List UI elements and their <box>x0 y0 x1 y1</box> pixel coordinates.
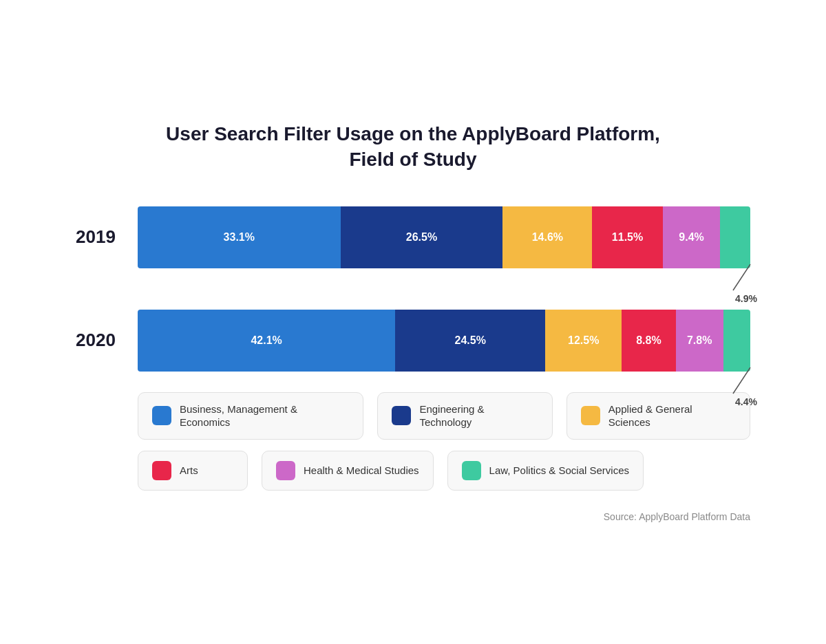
bar-segment-5: 4.4% <box>723 310 750 372</box>
bar-segment-3: 8.8% <box>622 310 675 372</box>
year-label-2020: 2020 <box>76 330 138 351</box>
legend-color <box>392 406 411 425</box>
bar-segment-1: 24.5% <box>395 310 545 372</box>
chart-title: User Search Filter Usage on the ApplyBoa… <box>76 122 750 172</box>
legend: Business, Management & EconomicsEngineer… <box>76 392 750 491</box>
legend-label-text: Health & Medical Studies <box>304 464 419 477</box>
legend-label-text: Engineering & Technology <box>419 402 538 429</box>
legend-label-text: Law, Politics & Social Services <box>489 464 629 477</box>
legend-color <box>276 461 295 480</box>
legend-color <box>581 406 600 425</box>
svg-line-0 <box>733 264 750 290</box>
annotation-value: 4.4% <box>735 396 757 407</box>
legend-label-text: Business, Management & Economics <box>180 402 349 429</box>
svg-line-1 <box>733 367 750 394</box>
bar-segment-3: 11.5% <box>592 206 662 268</box>
bar-segment-2: 12.5% <box>545 310 622 372</box>
legend-row-2: ArtsHealth & Medical StudiesLaw, Politic… <box>138 451 750 491</box>
legend-item: Engineering & Technology <box>377 392 552 440</box>
bar-segment-2: 14.6% <box>502 206 592 268</box>
annotation: 4.4% <box>730 367 757 407</box>
annotation-value: 4.9% <box>735 293 757 304</box>
bar-segment-0: 42.1% <box>138 310 395 372</box>
bar-segment-4: 7.8% <box>676 310 723 372</box>
legend-item: Arts <box>138 451 248 491</box>
legend-label-text: Applied & General Sciences <box>608 402 736 429</box>
bar-segment-5: 4.9% <box>720 206 750 268</box>
legend-color <box>152 461 171 480</box>
bar-wrapper-2019: 33.1%26.5%14.6%11.5%9.4%4.9% <box>138 206 750 268</box>
legend-item: Law, Politics & Social Services <box>447 451 644 491</box>
bar-2019: 2019 33.1%26.5%14.6%11.5%9.4%4.9% <box>76 206 750 268</box>
legend-item: Applied & General Sciences <box>566 392 750 440</box>
chart-container: User Search Filter Usage on the ApplyBoa… <box>34 94 792 550</box>
legend-label-text: Arts <box>180 464 198 477</box>
legend-color <box>462 461 481 480</box>
legend-item: Health & Medical Studies <box>262 451 434 491</box>
annotation: 4.9% <box>730 264 757 304</box>
source-text: Source: ApplyBoard Platform Data <box>76 511 750 522</box>
bar-segment-0: 33.1% <box>138 206 341 268</box>
bar-segment-1: 26.5% <box>341 206 503 268</box>
legend-item: Business, Management & Economics <box>138 392 363 440</box>
legend-row-1: Business, Management & EconomicsEngineer… <box>138 392 750 440</box>
bar-wrapper-2020: 42.1%24.5%12.5%8.8%7.8%4.4% <box>138 310 750 372</box>
legend-color <box>152 406 171 425</box>
bar-segment-4: 9.4% <box>663 206 721 268</box>
year-label-2019: 2019 <box>76 226 138 248</box>
bar-2020: 2020 42.1%24.5%12.5%8.8%7.8%4.4% <box>76 310 750 372</box>
